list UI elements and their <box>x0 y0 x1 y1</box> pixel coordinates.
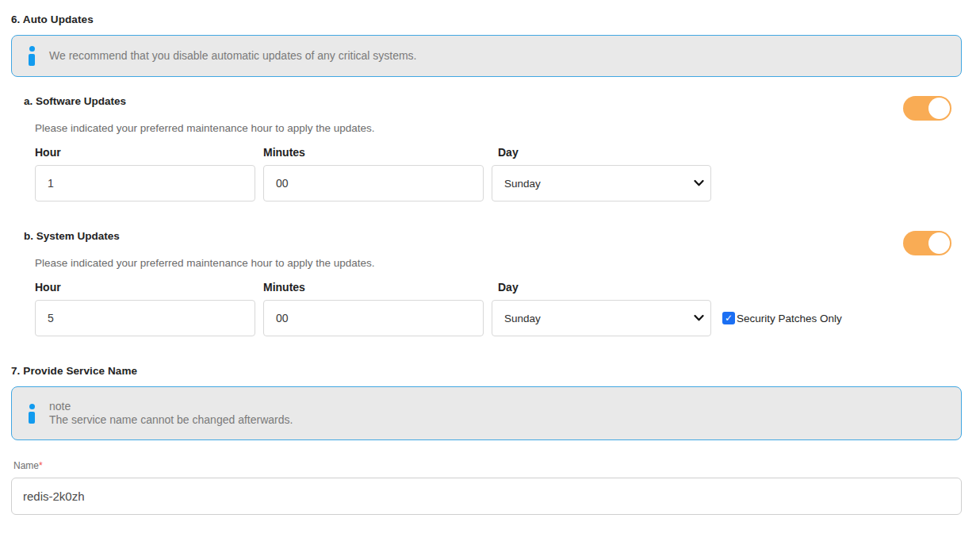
section-6-title: 6. Auto Updates <box>11 13 94 25</box>
software-hour-input[interactable] <box>35 165 255 201</box>
info-icon <box>28 46 36 66</box>
system-updates-title: b. System Updates <box>24 230 120 242</box>
software-day-label: Day <box>498 146 519 159</box>
system-hour-label: Hour <box>35 281 61 294</box>
software-updates-title: a. Software Updates <box>24 95 126 107</box>
system-hour-input[interactable] <box>35 300 255 336</box>
software-day-select[interactable]: Sunday <box>492 165 711 201</box>
note-text-block: note The service name cannot be changed … <box>49 400 293 427</box>
info-icon <box>28 404 36 424</box>
service-name-input[interactable] <box>11 478 962 515</box>
security-patches-label: Security Patches Only <box>737 313 842 324</box>
system-minutes-label: Minutes <box>263 281 305 294</box>
security-patches-checkbox[interactable] <box>722 312 735 324</box>
software-minutes-input[interactable] <box>263 165 484 201</box>
note-body: The service name cannot be changed after… <box>49 413 293 427</box>
system-updates-hint: Please indicated your preferred maintena… <box>35 257 375 269</box>
software-minutes-label: Minutes <box>263 146 305 159</box>
software-hour-label: Hour <box>35 146 61 159</box>
system-day-label: Day <box>498 281 519 294</box>
name-label: Name <box>13 460 39 471</box>
system-updates-toggle[interactable] <box>903 231 951 255</box>
toggle-knob <box>928 98 950 119</box>
toggle-knob <box>928 232 950 254</box>
system-day-select-wrap: Sunday <box>492 300 711 336</box>
service-name-note-alert: note The service name cannot be changed … <box>11 386 962 440</box>
system-day-select[interactable]: Sunday <box>492 300 711 336</box>
software-updates-toggle[interactable] <box>903 96 951 121</box>
required-asterisk: * <box>39 460 43 471</box>
section-7-title: 7. Provide Service Name <box>11 365 137 377</box>
auto-updates-info-alert: We recommend that you disable automatic … <box>11 35 962 77</box>
info-alert-text: We recommend that you disable automatic … <box>49 49 417 63</box>
software-day-select-wrap: Sunday <box>492 165 711 201</box>
note-title: note <box>49 400 293 413</box>
software-updates-hint: Please indicated your preferred maintena… <box>35 122 375 134</box>
system-minutes-input[interactable] <box>263 300 484 336</box>
name-label-row: Name* <box>13 458 43 472</box>
